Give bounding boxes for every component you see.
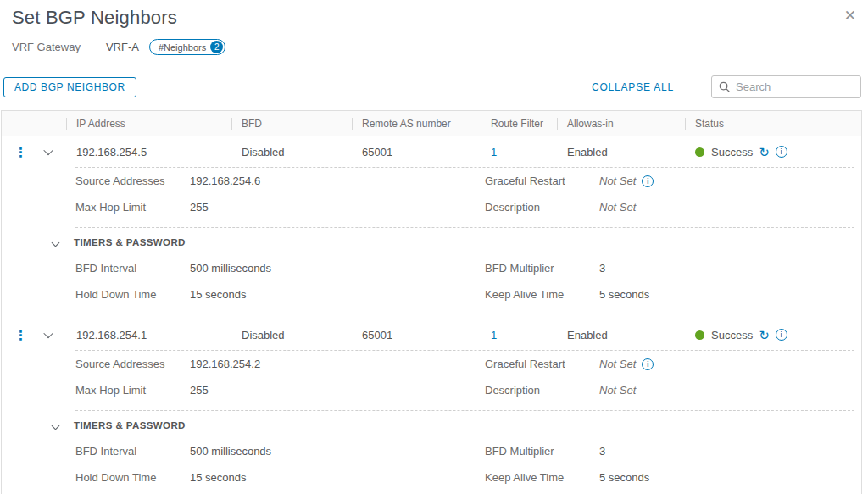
column-bfd: BFD (231, 111, 352, 136)
status-info-icon[interactable]: i (776, 329, 787, 341)
add-bgp-neighbor-button[interactable]: ADD BGP NEIGHBOR (3, 77, 136, 97)
timers-password-title: TIMERS & PASSWORD (74, 237, 186, 247)
graceful-restart-value: Not Set (599, 175, 636, 187)
chevron-down-icon[interactable] (43, 329, 53, 338)
divider (75, 227, 854, 228)
bfd-multiplier-label: BFD Multiplier (485, 445, 599, 458)
neighbor-row-group: ⋮ 192.168.254.5 Disabled 65001 1 Enabled… (2, 136, 861, 319)
description-value: Not Set (599, 384, 636, 397)
max-hop-limit-label: Max Hop Limit (75, 384, 190, 397)
column-route-filter: Route Filter (481, 111, 557, 136)
cell-bfd: Disabled (231, 146, 352, 158)
cell-allowas-in: Enabled (557, 146, 685, 158)
cell-ip-address: 192.168.254.1 (66, 329, 231, 341)
status-success-dot (695, 147, 704, 157)
search-icon (719, 81, 730, 92)
detail-row: Hold Down Time 15 seconds Keep Alive Tim… (2, 464, 861, 491)
detail-row: Source Addresses 192.168.254.6 Graceful … (2, 168, 861, 194)
hold-down-time-value: 15 seconds (190, 471, 485, 484)
hold-down-time-value: 15 seconds (190, 288, 485, 301)
status-text: Success (711, 146, 753, 158)
search-box[interactable] (711, 75, 861, 98)
source-addresses-label: Source Addresses (75, 358, 190, 370)
source-addresses-value: 192.168.254.2 (190, 358, 485, 370)
graceful-restart-label: Graceful Restart (485, 358, 599, 370)
close-icon[interactable]: ✕ (844, 8, 856, 23)
hold-down-time-label: Hold Down Time (75, 471, 190, 484)
toolbar: ADD BGP NEIGHBOR COLLAPSE ALL (3, 75, 861, 98)
keep-alive-time-value: 5 seconds (599, 288, 861, 301)
detail-row: Source Addresses 192.168.254.2 Graceful … (2, 351, 861, 377)
set-bgp-neighbors-dialog: Set BGP Neighbors ✕ VRF Gateway VRF-A #N… (0, 0, 868, 494)
vrf-gateway-value: VRF-A (106, 41, 139, 53)
graceful-restart-value: Not Set (599, 358, 636, 370)
cell-status: Success ↻ i (685, 146, 861, 158)
status-text: Success (711, 329, 753, 341)
dialog-header: Set BGP Neighbors ✕ VRF Gateway VRF-A #N… (0, 0, 868, 55)
timers-password-title: TIMERS & PASSWORD (74, 420, 186, 430)
column-ip-address: IP Address (66, 111, 231, 136)
column-allowas-in: Allowas-in (557, 111, 685, 136)
chevron-down-icon[interactable] (52, 421, 60, 430)
refresh-status-icon[interactable]: ↻ (759, 329, 770, 341)
cell-remote-as: 65001 (352, 329, 481, 341)
table-row: ⋮ 192.168.254.1 Disabled 65001 1 Enabled… (2, 319, 861, 350)
table-header-row: IP Address BFD Remote AS number Route Fi… (2, 111, 861, 136)
bfd-interval-label: BFD Interval (75, 262, 190, 275)
cell-remote-as: 65001 (352, 146, 481, 158)
bfd-multiplier-value: 3 (599, 262, 861, 275)
description-label: Description (485, 201, 599, 214)
status-success-dot (695, 330, 704, 340)
search-input[interactable] (736, 80, 854, 93)
page-title: Set BGP Neighbors (12, 7, 856, 29)
detail-row: BFD Interval 500 milliseconds BFD Multip… (2, 255, 861, 281)
status-info-icon[interactable]: i (776, 146, 787, 158)
bfd-interval-label: BFD Interval (75, 445, 190, 458)
timers-password-section: TIMERS & PASSWORD (2, 230, 861, 255)
chevron-down-icon[interactable] (52, 238, 60, 247)
keep-alive-time-label: Keep Alive Time (485, 288, 599, 301)
max-hop-limit-value: 255 (190, 201, 485, 214)
source-addresses-label: Source Addresses (75, 175, 190, 187)
toolbar-right: COLLAPSE ALL (592, 75, 861, 98)
description-value: Not Set (599, 201, 636, 214)
neighbor-row-group: ⋮ 192.168.254.1 Disabled 65001 1 Enabled… (2, 319, 861, 494)
keep-alive-time-label: Keep Alive Time (485, 471, 599, 484)
chevron-down-icon[interactable] (43, 146, 53, 155)
description-label: Description (485, 384, 599, 397)
row-actions-cell: ⋮ (2, 146, 66, 158)
detail-row: Max Hop Limit 255 Description Not Set (2, 377, 861, 403)
bfd-interval-value: 500 milliseconds (190, 445, 485, 458)
bfd-interval-value: 500 milliseconds (190, 262, 485, 275)
graceful-restart-info-icon[interactable]: i (642, 175, 654, 187)
route-filter-link[interactable]: 1 (491, 329, 497, 341)
cell-ip-address: 192.168.254.5 (66, 146, 231, 158)
gateway-subheader: VRF Gateway VRF-A #Neighbors 2 (12, 39, 856, 55)
cell-status: Success ↻ i (685, 329, 861, 341)
graceful-restart-info-icon[interactable]: i (642, 358, 654, 370)
neighbors-badge-label: #Neighbors (159, 42, 206, 53)
graceful-restart-label: Graceful Restart (485, 175, 599, 187)
cell-allowas-in: Enabled (557, 329, 685, 341)
bgp-neighbors-table: IP Address BFD Remote AS number Route Fi… (1, 110, 862, 494)
refresh-status-icon[interactable]: ↻ (759, 146, 770, 158)
max-hop-limit-value: 255 (190, 384, 485, 397)
detail-row: BFD Interval 500 milliseconds BFD Multip… (2, 438, 861, 464)
vrf-gateway-label: VRF Gateway (12, 41, 81, 53)
column-status: Status (685, 111, 861, 136)
source-addresses-value: 192.168.254.6 (190, 175, 485, 187)
collapse-all-button[interactable]: COLLAPSE ALL (592, 81, 674, 93)
row-menu-icon[interactable]: ⋮ (14, 329, 23, 341)
row-menu-icon[interactable]: ⋮ (14, 146, 23, 158)
timers-password-section: TIMERS & PASSWORD (2, 413, 861, 438)
row-actions-cell: ⋮ (2, 329, 66, 341)
route-filter-link[interactable]: 1 (491, 146, 497, 158)
bfd-multiplier-value: 3 (599, 445, 861, 458)
detail-row: Max Hop Limit 255 Description Not Set (2, 194, 861, 220)
detail-row: Hold Down Time 15 seconds Keep Alive Tim… (2, 281, 861, 308)
neighbors-count-badge[interactable]: #Neighbors 2 (149, 39, 225, 55)
divider (75, 410, 854, 411)
column-actions (2, 111, 66, 136)
column-remote-as: Remote AS number (352, 111, 481, 136)
cell-bfd: Disabled (231, 329, 352, 341)
